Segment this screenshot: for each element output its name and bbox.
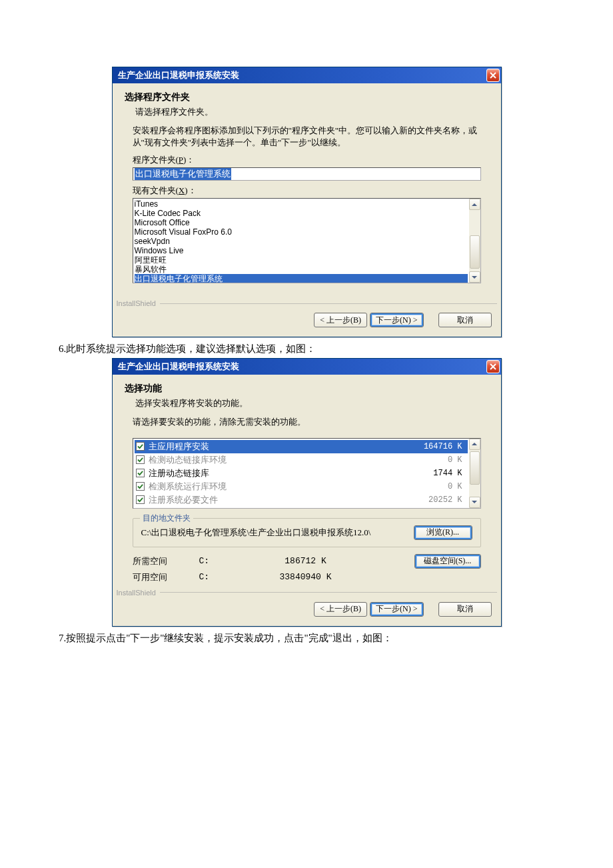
description-text: 安装程序会将程序图标添加到以下列示的"程序文件夹"中。您可以输入新的文件夹名称，… — [133, 125, 481, 149]
destination-folder-group: 目的地文件夹 C:\出口退税电子化管理系统\生产企业出口退税申报系统12.0\ … — [133, 518, 481, 547]
close-icon — [490, 363, 496, 370]
feature-label: 主应用程序安装 — [149, 441, 409, 453]
scroll-thumb[interactable] — [470, 235, 480, 269]
checkbox[interactable] — [136, 442, 145, 451]
document-caption-6: 6.此时系统提示选择功能选项，建议选择默认选项，如图： — [59, 343, 560, 355]
scroll-track[interactable] — [469, 210, 480, 271]
divider — [160, 303, 497, 304]
page-subheading: 选择安装程序将安装的功能。 — [125, 397, 489, 409]
feature-label: 注册动态链接库 — [149, 467, 409, 479]
feature-size: 20252 K — [409, 495, 462, 505]
window-title: 生产企业出口退税申报系统安装 — [118, 69, 239, 81]
page-heading: 选择程序文件夹 — [125, 91, 489, 103]
browse-button[interactable]: 浏览(R)... — [414, 525, 472, 540]
feature-prompt: 请选择要安装的功能，清除无需安装的功能。 — [133, 416, 481, 428]
installer-window-select-features: 生产企业出口退税申报系统安装 选择功能 选择安装程序将安装的功能。 请选择要安装… — [112, 358, 502, 626]
close-button[interactable] — [486, 69, 500, 82]
list-item[interactable]: iTunes — [135, 199, 468, 209]
feature-size: 0 K — [409, 482, 462, 491]
scroll-up-button[interactable] — [469, 199, 480, 210]
scrollbar[interactable] — [469, 439, 480, 508]
brand-label: InstallShield — [117, 299, 156, 307]
space-required-value: 186712 K — [239, 556, 372, 566]
list-item[interactable]: 暴风软件 — [135, 265, 468, 274]
back-button[interactable]: < 上一步(B) — [314, 602, 367, 617]
page-heading: 选择功能 — [125, 383, 489, 395]
arrow-down-icon — [472, 276, 477, 279]
next-button[interactable]: 下一步(N) > — [370, 313, 423, 327]
cancel-button[interactable]: 取消 — [438, 602, 492, 617]
destination-path: C:\出口退税电子化管理系统\生产企业出口退税申报系统12.0\ — [141, 527, 406, 539]
scroll-up-button[interactable] — [469, 439, 480, 450]
checkbox[interactable] — [136, 495, 145, 504]
close-icon — [490, 72, 496, 79]
feature-row[interactable]: 检测系统运行库环境0 K — [135, 480, 468, 493]
divider — [160, 592, 497, 593]
arrow-up-icon — [472, 443, 477, 445]
disk-space-button[interactable]: 磁盘空间(S)... — [414, 554, 481, 569]
checkbox[interactable] — [136, 482, 145, 491]
space-required-label: 所需空间 — [133, 555, 199, 567]
space-available-drive: C: — [199, 572, 239, 582]
existing-folder-label: 现有文件夹(X)： — [133, 185, 481, 197]
feature-row[interactable]: 检测动态链接库环境0 K — [135, 453, 468, 467]
back-button[interactable]: < 上一步(B) — [314, 313, 367, 327]
cancel-button[interactable]: 取消 — [438, 313, 492, 327]
titlebar[interactable]: 生产企业出口退税申报系统安装 — [113, 359, 501, 375]
arrow-down-icon — [472, 501, 477, 503]
feature-label: 检测动态链接库环境 — [149, 454, 409, 466]
existing-folder-listbox[interactable]: iTunesK-Lite Codec PackMicrosoft OfficeM… — [133, 198, 481, 283]
installer-window-program-folder: 生产企业出口退税申报系统安装 选择程序文件夹 请选择程序文件夹。 安装程序会将程… — [112, 67, 502, 337]
space-available-label: 可用空间 — [133, 571, 199, 583]
feature-row[interactable]: 主应用程序安装164716 K — [135, 440, 468, 453]
titlebar[interactable]: 生产企业出口退税申报系统安装 — [113, 67, 501, 83]
group-legend: 目的地文件夹 — [140, 513, 193, 524]
scrollbar[interactable] — [469, 199, 480, 283]
space-available-value: 33840940 K — [239, 572, 372, 582]
feature-size: 0 K — [409, 455, 462, 465]
checkbox[interactable] — [136, 455, 145, 464]
scroll-down-button[interactable] — [469, 271, 480, 283]
page-subheading: 请选择程序文件夹。 — [125, 106, 489, 118]
feature-size: 1744 K — [409, 469, 462, 478]
document-caption-7: 7.按照提示点击"下一步"继续安装，提示安装成功，点击"完成"退出，如图： — [59, 632, 560, 645]
list-item[interactable]: K-Lite Codec Pack — [135, 209, 468, 218]
checkbox[interactable] — [136, 469, 145, 477]
program-folder-input[interactable]: 出口退税电子化管理系统 — [133, 167, 481, 181]
next-button[interactable]: 下一步(N) > — [370, 602, 423, 617]
space-required-drive: C: — [199, 556, 239, 566]
feature-label: 检测系统运行库环境 — [149, 481, 409, 493]
feature-row[interactable]: 注册动态链接库1744 K — [135, 467, 468, 480]
feature-label: 注册系统必要文件 — [149, 494, 409, 506]
list-item[interactable]: Microsoft Office — [135, 218, 468, 227]
close-button[interactable] — [486, 360, 500, 373]
program-folder-label: 程序文件夹(P)： — [133, 154, 481, 166]
window-title: 生产企业出口退税申报系统安装 — [118, 361, 239, 373]
list-item[interactable]: Microsoft Visual FoxPro 6.0 — [135, 227, 468, 237]
list-item[interactable]: 出口退税电子化管理系统 — [135, 274, 468, 283]
feature-listbox[interactable]: 主应用程序安装164716 K检测动态链接库环境0 K注册动态链接库1744 K… — [133, 438, 481, 509]
feature-row[interactable]: 注册系统必要文件20252 K — [135, 493, 468, 507]
arrow-up-icon — [472, 203, 477, 206]
list-item[interactable]: seekVpdn — [135, 237, 468, 246]
scroll-thumb[interactable] — [470, 451, 480, 485]
brand-label: InstallShield — [117, 589, 156, 597]
scroll-down-button[interactable] — [469, 497, 480, 508]
scroll-track[interactable] — [469, 450, 480, 497]
list-item[interactable]: Windows Live — [135, 246, 468, 255]
list-item[interactable]: 阿里旺旺 — [135, 255, 468, 265]
feature-size: 164716 K — [409, 442, 462, 451]
